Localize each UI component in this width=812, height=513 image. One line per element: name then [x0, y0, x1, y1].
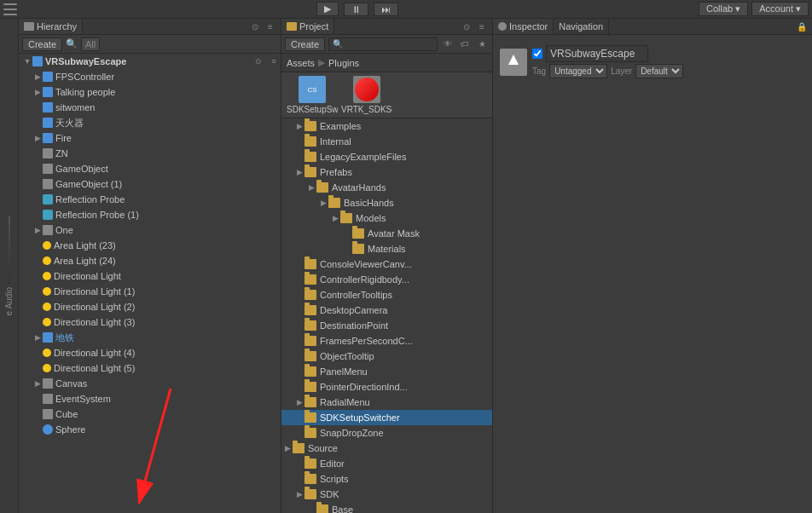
search-icon-p: 🔍: [333, 39, 343, 49]
pause-button[interactable]: ⏸: [344, 3, 368, 16]
hierarchy-item[interactable]: Directional Light (5): [19, 360, 281, 376]
hierarchy-item[interactable]: 天火器: [19, 115, 281, 130]
file-vrtk[interactable]: VRTK_SDKSetu...: [341, 76, 392, 114]
folder-icon: [304, 136, 316, 147]
file-sdksetup[interactable]: CS SDKSetupSwitc...: [287, 76, 338, 114]
project-lock-icon[interactable]: ⊙: [460, 20, 473, 33]
project-item[interactable]: ▶ AvatarHands: [281, 180, 492, 195]
project-item[interactable]: ▶ ControllerRigidbody...: [281, 272, 492, 287]
project-search-container: 🔍: [328, 37, 438, 51]
project-item[interactable]: ▶ Source: [281, 441, 492, 456]
root-icon: [32, 56, 43, 66]
hierarchy-root[interactable]: ▼ VRSubwayEscape ⊙ ≡: [19, 54, 281, 69]
project-item[interactable]: ▶ DesktopCamera: [281, 303, 492, 318]
hierarchy-item[interactable]: Sphere: [19, 422, 281, 437]
item-label: 地铁: [55, 331, 74, 344]
project-item[interactable]: ▶ ObjectTooltip: [281, 349, 492, 364]
item-label: Reflection Probe (1): [55, 210, 139, 220]
hierarchy-item[interactable]: GameObject: [19, 161, 281, 176]
hierarchy-item[interactable]: Directional Light (1): [19, 284, 281, 299]
hierarchy-item[interactable]: Area Light (23): [19, 238, 281, 253]
project-item[interactable]: ▶ Prefabs: [281, 164, 492, 180]
hierarchy-item[interactable]: sitwomen: [19, 100, 281, 115]
hierarchy-item[interactable]: Directional Light (4): [19, 345, 281, 360]
hierarchy-item[interactable]: ▶ FPSController: [19, 69, 281, 84]
star-icon[interactable]: ★: [475, 37, 489, 51]
item-label: Area Light (23): [54, 240, 116, 251]
eye-icon[interactable]: 👁: [441, 37, 455, 51]
project-menu-icon[interactable]: ≡: [475, 20, 489, 33]
navigation-tab[interactable]: Navigation: [554, 19, 609, 34]
hierarchy-item[interactable]: Directional Light (2): [19, 299, 281, 314]
hierarchy-item[interactable]: Directional Light: [19, 268, 281, 284]
inspector-tab[interactable]: Inspector: [493, 19, 554, 34]
folder-icon: [316, 504, 328, 513]
project-item[interactable]: ▶ PointerDirectionInd...: [281, 379, 492, 395]
menu-icon[interactable]: [3, 3, 17, 15]
project-item-label: SnapDropZone: [320, 428, 384, 438]
project-item[interactable]: ▶ ConsoleViewerCanv...: [281, 256, 492, 272]
hierarchy-item[interactable]: Reflection Probe: [19, 192, 281, 207]
project-item[interactable]: ▶ Scripts: [281, 471, 492, 487]
project-item-label: Scripts: [320, 474, 349, 484]
collab-button[interactable]: Collab ▾: [699, 2, 748, 16]
project-item[interactable]: ▶ Base: [281, 502, 492, 513]
project-item[interactable]: ▶ Examples: [281, 118, 492, 134]
project-tab[interactable]: Project: [281, 19, 334, 34]
breadcrumb-assets[interactable]: Assets: [287, 58, 315, 68]
hierarchy-item[interactable]: Reflection Probe (1): [19, 207, 281, 222]
item-icon: [43, 72, 53, 82]
proj-arrow: ▶: [297, 291, 303, 299]
tag-select[interactable]: Untagged: [549, 64, 607, 78]
gameobject-name-input[interactable]: [546, 45, 648, 62]
account-button[interactable]: Account ▾: [751, 2, 809, 16]
project-item[interactable]: ▶ Internal: [281, 134, 492, 149]
file-vrtk-label: VRTK_SDKSetu...: [341, 105, 392, 114]
proj-arrow: ▶: [297, 275, 303, 284]
project-item[interactable]: ▶ BasicHands: [281, 195, 492, 210]
hierarchy-item[interactable]: Cube: [19, 406, 281, 422]
hierarchy-tab[interactable]: Hierarchy: [19, 19, 83, 34]
project-item[interactable]: ▶ FramesPerSecondC...: [281, 333, 492, 349]
root-menu[interactable]: ≡: [267, 55, 281, 68]
project-item[interactable]: ▶ LegacyExampleFiles: [281, 149, 492, 164]
hierarchy-item[interactable]: Directional Light (3): [19, 314, 281, 330]
hierarchy-item[interactable]: Area Light (24): [19, 253, 281, 268]
gameobject-active-checkbox[interactable]: [532, 49, 542, 59]
hierarchy-item[interactable]: GameObject (1): [19, 176, 281, 192]
tag-icon[interactable]: 🏷: [458, 37, 472, 51]
project-item[interactable]: ▶ SnapDropZone: [281, 425, 492, 441]
project-item[interactable]: ▶ Editor: [281, 456, 492, 471]
project-item[interactable]: ▶ ControllerTooltips: [281, 287, 492, 303]
hierarchy-item[interactable]: EventSystem: [19, 391, 281, 406]
project-create-button[interactable]: Create: [285, 37, 325, 51]
hierarchy-item[interactable]: ZN: [19, 146, 281, 161]
project-item[interactable]: ▶ RadialMenu: [281, 395, 492, 410]
project-item[interactable]: ▶ SDK: [281, 487, 492, 502]
item-arrow: [32, 271, 43, 281]
project-item[interactable]: ▶ Models: [281, 210, 492, 226]
step-button[interactable]: ⏭: [374, 3, 398, 16]
project-item[interactable]: ▶ SDKSetupSwitcher: [281, 410, 492, 425]
project-item[interactable]: ▶ Materials: [281, 241, 492, 256]
project-item[interactable]: ▶ PanelMenu: [281, 364, 492, 379]
folder-icon: [293, 443, 304, 453]
hierarchy-create-button[interactable]: Create: [22, 37, 62, 51]
hierarchy-item[interactable]: ▶ Fire: [19, 130, 281, 146]
project-item[interactable]: ▶ DestinationPoint: [281, 318, 492, 333]
breadcrumb-plugins[interactable]: Plugins: [328, 58, 359, 68]
folder-icon: [352, 244, 364, 254]
item-icon: [43, 364, 51, 372]
hierarchy-item[interactable]: ▶ Canvas: [19, 376, 281, 391]
hierarchy-item[interactable]: ▶ 地铁: [19, 330, 281, 345]
play-button[interactable]: ▶: [316, 2, 339, 16]
inspector-lock-icon[interactable]: 🔒: [795, 20, 809, 33]
proj-arrow: ▶: [321, 199, 327, 207]
hierarchy-lock-icon[interactable]: ⊙: [248, 20, 262, 33]
root-lock[interactable]: ⊙: [252, 55, 265, 68]
project-item[interactable]: ▶ Avatar Mask: [281, 226, 492, 241]
hierarchy-item[interactable]: ▶ One: [19, 222, 281, 238]
layer-select[interactable]: Default: [635, 64, 683, 78]
hierarchy-item[interactable]: ▶ Talking people: [19, 84, 281, 100]
hierarchy-menu-icon[interactable]: ≡: [264, 20, 277, 33]
